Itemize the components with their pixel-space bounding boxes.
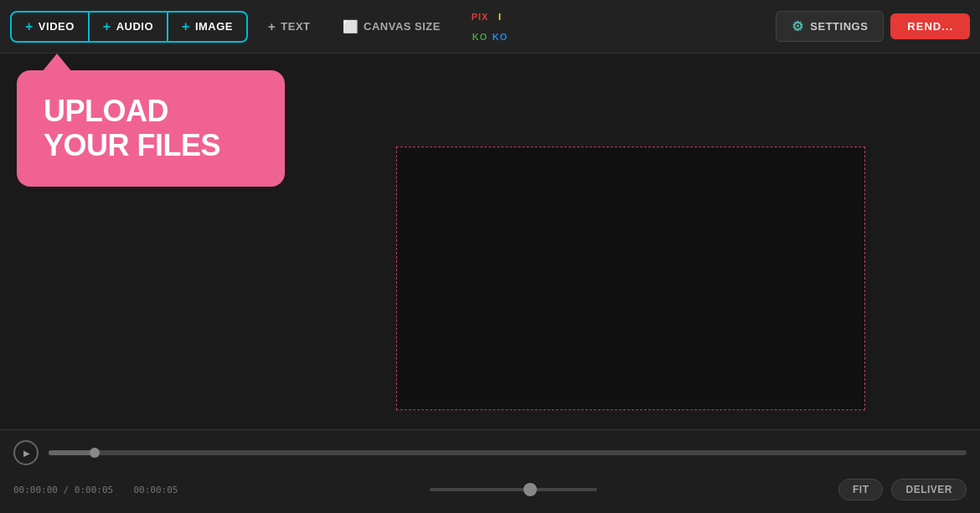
deliver-label: DELIVER [905,484,952,495]
render-button[interactable]: REND... [890,13,970,39]
zoom-label: 00:00:05 [122,485,189,495]
image-label: IMAGE [195,20,233,33]
add-video-button[interactable]: + VIDEO [12,13,90,41]
canvas-size-label: CANVAS SIZE [364,20,441,33]
timeline-thumb[interactable] [90,448,100,458]
media-add-group: + VIDEO + AUDIO + IMAGE [10,11,248,43]
logo-cell-1: PIX [470,7,490,27]
render-label: REND... [907,20,953,33]
time-separator: / [64,485,75,495]
zoom-track[interactable] [430,488,597,491]
toolbar-right: ⚙ SETTINGS REND... [776,11,970,42]
settings-label: SETTINGS [810,20,868,33]
time-display: 00:00:00 / 0:00:05 [13,485,114,495]
zoom-slider-area [198,488,830,491]
upload-card[interactable]: UPLOAD YOUR FILES [17,70,285,187]
bottom-controls-row: 00:00:00 / 0:00:05 00:00:05 FIT DELIVER [0,475,980,504]
timeline-progress [49,450,95,455]
add-audio-button[interactable]: + AUDIO [90,13,168,41]
deliver-button[interactable]: DELIVER [891,479,967,500]
toolbar-left: + VIDEO + AUDIO + IMAGE + TEXT ⬜ CANVAS … [10,11,452,43]
plus-icon-video: + [25,19,34,34]
logo-cell-4: KO [490,27,510,47]
timeline-area: ▶ 00:00:00 / 0:00:05 00:00:05 [0,429,980,513]
toolbar: + VIDEO + AUDIO + IMAGE + TEXT ⬜ CANVAS … [0,0,980,54]
canvas-area: UPLOAD YOUR FILES ▶ 00:00:00 [0,54,980,513]
play-button[interactable]: ▶ [13,440,39,465]
logo-area: PIX I KO KO [470,7,510,47]
add-text-button[interactable]: + TEXT [256,13,322,40]
settings-button[interactable]: ⚙ SETTINGS [776,11,885,42]
logo-cell-2: I [490,7,510,27]
plus-icon-image: + [182,19,190,34]
play-icon: ▶ [23,449,30,458]
upload-card-text: UPLOAD YOUR FILES [44,94,258,163]
canvas-size-button[interactable]: ⬜ CANVAS SIZE [331,13,452,41]
video-label: VIDEO [39,20,75,33]
add-image-button[interactable]: + IMAGE [168,13,246,41]
time-total: 0:00:05 [75,485,113,495]
zoom-thumb[interactable] [524,483,537,496]
plus-icon-audio: + [103,19,111,34]
time-current: 00:00:00 [13,485,58,495]
upload-line-2: YOUR FILES [44,128,258,162]
audio-label: AUDIO [116,20,153,33]
playback-row: ▶ [0,430,980,475]
canvas-preview [396,146,865,410]
fit-button[interactable]: FIT [838,479,884,500]
app-logo: PIX I KO KO [470,7,510,47]
canvas-size-icon: ⬜ [343,19,359,34]
upload-line-1: UPLOAD [44,94,258,128]
plus-icon-text: + [268,19,276,33]
main-area: UPLOAD YOUR FILES ▶ 00:00:00 [0,54,980,513]
gear-icon: ⚙ [792,18,804,34]
logo-cell-3: KO [470,27,490,47]
fit-label: FIT [853,484,869,495]
text-label: TEXT [281,20,310,33]
timeline-track[interactable] [49,450,967,455]
upload-tooltip: UPLOAD YOUR FILES [17,70,285,187]
